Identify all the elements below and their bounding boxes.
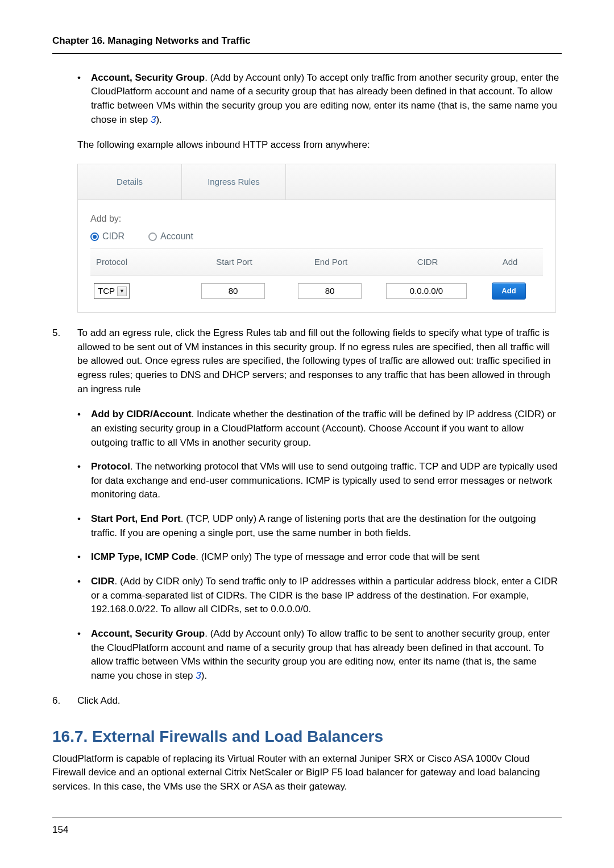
end-port-input[interactable]: 80 [298,283,362,299]
cidr-input[interactable]: 0.0.0.0/0 [386,283,467,299]
footer-rule [52,817,562,817]
step-6-text: Click Add. [77,695,121,706]
step-5-bullet-icmp: ICMP Type, ICMP Code. (ICMP only) The ty… [77,550,562,564]
step-5-bullet-cidr: CIDR. (Add by CIDR only) To send traffic… [77,575,562,617]
bullet-label: Protocol [91,461,130,472]
add-by-section: Add by: CIDR Account [78,200,555,248]
step-5-text: To add an egress rule, click the Egress … [77,327,551,394]
col-protocol: Protocol [94,256,185,268]
intro-bullet-close: ). [156,114,161,125]
table-header: Protocol Start Port End Port CIDR Add [90,248,543,276]
bullet-text: . (ICMP only) The type of message and er… [196,551,479,562]
protocol-value: TCP [98,285,115,297]
chevron-down-icon: ▼ [117,286,127,296]
bullet-label: ICMP Type, ICMP Code [91,551,196,562]
bullet-close: ). [201,670,207,681]
step-5-bullet-ports: Start Port, End Port. (TCP, UDP only) A … [77,512,562,540]
bullet-label: Start Port, End Port [91,513,181,524]
step-5-bullet-account: Account, Security Group. (Add by Account… [77,627,562,683]
radio-account[interactable] [148,232,157,241]
screenshot-panel: Details Ingress Rules Add by: CIDR Accou… [77,164,556,313]
start-port-input[interactable]: 80 [201,283,265,299]
radio-account-label: Account [160,229,193,244]
step-6-num: 6. [52,694,60,708]
tab-details[interactable]: Details [78,164,182,200]
col-end-port: End Port [281,256,378,268]
example-line: The following example allows inbound HTT… [77,138,562,152]
radio-cidr[interactable] [90,232,99,241]
intro-bullet-label: Account, Security Group [91,72,205,83]
bullet-label: Account, Security Group [91,628,205,639]
chapter-header: Chapter 16. Managing Networks and Traffi… [52,34,562,54]
add-by-label: Add by: [90,211,543,226]
bullet-label: Add by CIDR/Account [91,409,192,420]
intro-bullet-step-link[interactable]: 3 [151,114,156,125]
bullet-label: CIDR [91,576,115,587]
radio-cidr-label: CIDR [102,229,125,244]
col-cidr: CIDR [378,256,475,268]
step-5-bullet-protocol: Protocol. The networking protocol that V… [77,460,562,502]
tab-ingress-rules[interactable]: Ingress Rules [182,164,286,200]
page-number: 154 [52,823,562,837]
tabs: Details Ingress Rules [78,164,555,200]
section-body: CloudPlatform is capable of replacing it… [52,752,562,794]
protocol-select[interactable]: TCP ▼ [94,283,130,299]
step-5-bullet-addby: Add by CIDR/Account. Indicate whether th… [77,408,562,450]
col-start-port: Start Port [185,256,281,268]
section-title: 16.7. External Firewalls and Load Balanc… [52,725,562,749]
intro-bullet: Account, Security Group. (Add by Account… [77,71,562,127]
bullet-text: . (Add by CIDR only) To send traffic onl… [91,576,558,614]
step-6: 6. Click Add. [52,694,562,708]
add-button[interactable]: Add [492,283,526,300]
step-link-3[interactable]: 3 [196,670,201,681]
step-5: 5. To add an egress rule, click the Egre… [52,326,562,683]
table-row: TCP ▼ 80 80 0.0.0.0/0 Add [90,276,543,300]
step-5-num: 5. [52,326,60,340]
bullet-text: . The networking protocol that VMs will … [91,461,558,500]
col-add: Add [475,256,543,268]
